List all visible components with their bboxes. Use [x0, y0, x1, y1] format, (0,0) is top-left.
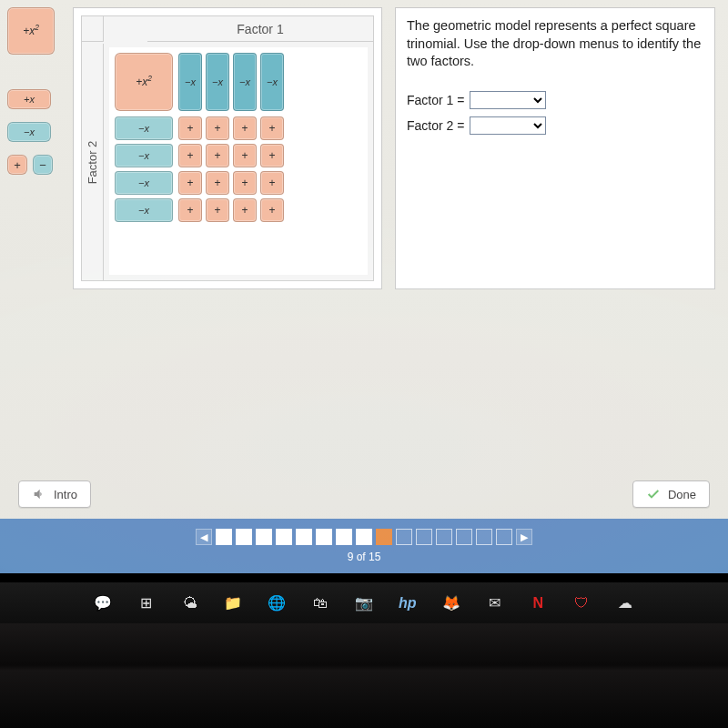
model-grid[interactable]: +x2 −x −x −x −x −x −x −x −x ++++++++++++…	[109, 47, 368, 275]
palette-plus-x-tile[interactable]: +x	[7, 89, 51, 109]
palette-minus-unit-tile[interactable]: −	[33, 155, 53, 175]
progress-step-3[interactable]	[256, 529, 272, 545]
edge-icon[interactable]: 🌐	[265, 592, 288, 615]
nav-prev[interactable]: ◀	[196, 529, 212, 545]
grid-plus-unit[interactable]: +	[233, 171, 257, 195]
grid-plus-unit[interactable]: +	[233, 144, 257, 167]
factor-2-row: Factor 2 =	[407, 116, 703, 135]
tile-label: +x2	[136, 76, 152, 88]
grid-col-neg-x[interactable]: −x	[233, 53, 257, 111]
mcafee-icon[interactable]: 🛡	[570, 592, 593, 615]
grid-plus-unit[interactable]: +	[233, 116, 257, 140]
grid-col-neg-x[interactable]: −x	[260, 53, 284, 111]
grid-plus-unit[interactable]: +	[206, 144, 229, 167]
progress-step-12[interactable]	[436, 529, 452, 545]
model-inner: Factor 1 Factor 2 +x2 −x −x −x −x −x −x …	[81, 15, 374, 281]
hp-icon[interactable]: hp	[396, 592, 420, 615]
mail-icon[interactable]: ✉	[483, 592, 507, 615]
progress-step-4[interactable]	[276, 529, 292, 545]
progress-boxes: ◀ ▶	[196, 529, 532, 545]
tile-label: +x2	[23, 25, 39, 37]
progress-step-11[interactable]	[416, 529, 432, 545]
netflix-icon[interactable]: N	[526, 592, 550, 615]
grid-plus-unit[interactable]: +	[260, 116, 284, 140]
question-panel: The geometric model represents a perfect…	[395, 7, 715, 289]
grid-col-neg-x[interactable]: −x	[178, 53, 202, 111]
progress-count: 9 of 15	[348, 551, 381, 563]
factor-2-select[interactable]	[470, 116, 546, 135]
palette-plus-unit-tile[interactable]: +	[7, 155, 27, 175]
factor-1-row: Factor 1 =	[407, 91, 703, 109]
weather-icon[interactable]: 🌤	[178, 592, 202, 615]
camera-icon[interactable]: 📷	[352, 592, 376, 615]
grid-plus-unit[interactable]: +	[206, 171, 229, 195]
progress-step-14[interactable]	[476, 529, 492, 545]
progress-step-7[interactable]	[336, 529, 352, 545]
onedrive-icon[interactable]: ☁	[613, 592, 637, 615]
grid-plus-unit[interactable]: +	[260, 171, 284, 195]
progress-step-6[interactable]	[316, 529, 332, 545]
progress-step-1[interactable]	[216, 529, 232, 545]
grid-plus-unit[interactable]: +	[206, 198, 229, 222]
done-label: Done	[668, 488, 696, 501]
check-icon	[646, 487, 661, 501]
grid-plus-unit[interactable]: +	[260, 198, 284, 222]
progress-step-13[interactable]	[456, 529, 472, 545]
grid-plus-unit[interactable]: +	[178, 116, 202, 140]
speaker-icon	[32, 487, 46, 501]
factor-2-prompt: Factor 2 =	[407, 118, 464, 133]
factor-1-label: Factor 1	[147, 16, 373, 42]
factor-2-label: Factor 2	[82, 44, 104, 280]
factor-1-prompt: Factor 1 =	[407, 93, 464, 107]
done-button[interactable]: Done	[632, 480, 710, 508]
palette-unit-row: + −	[7, 155, 53, 175]
nav-next[interactable]: ▶	[516, 529, 532, 545]
windows-taskbar[interactable]: 💬 ⊞ 🌤 📁 🌐 🛍 📷 hp 🦊 ✉ N 🛡 ☁	[0, 582, 728, 623]
store-icon[interactable]: 🛍	[308, 592, 332, 615]
progress-step-2[interactable]	[236, 529, 252, 545]
progress-step-5[interactable]	[296, 529, 312, 545]
grid-plus-unit[interactable]: +	[178, 171, 202, 195]
laptop-bezel	[0, 623, 728, 728]
grid-row-neg-x[interactable]: −x	[115, 116, 173, 140]
grid-plus-unit[interactable]: +	[260, 144, 284, 167]
grid-col-neg-x[interactable]: −x	[206, 53, 229, 111]
progress-step-9[interactable]	[376, 529, 392, 545]
grid-plus-unit[interactable]: +	[233, 198, 257, 222]
grid-x-squared[interactable]: +x2	[115, 53, 173, 111]
work-area: +x2 +x −x + − Factor 1 Factor 2 +x2 −x	[0, 0, 728, 473]
grid-row-neg-x[interactable]: −x	[115, 198, 173, 222]
tile-palette: +x2 +x −x + −	[7, 7, 60, 473]
progress-step-15[interactable]	[496, 529, 512, 545]
question-text: The geometric model represents a perfect…	[407, 17, 703, 71]
grid-plus-unit[interactable]: +	[178, 198, 202, 222]
progress-bar: ◀ ▶ 9 of 15	[0, 519, 728, 573]
grid-row-neg-x[interactable]: −x	[115, 144, 173, 167]
palette-x-squared-tile[interactable]: +x2	[7, 7, 55, 55]
factor-1-select[interactable]	[470, 91, 546, 109]
progress-step-8[interactable]	[356, 529, 372, 545]
progress-step-10[interactable]	[396, 529, 412, 545]
model-panel: Factor 1 Factor 2 +x2 −x −x −x −x −x −x …	[73, 7, 382, 289]
intro-button[interactable]: Intro	[18, 480, 91, 508]
taskview-icon[interactable]: ⊞	[135, 592, 158, 615]
intro-label: Intro	[54, 488, 77, 501]
firefox-icon[interactable]: 🦊	[440, 592, 463, 615]
grid-row-neg-x[interactable]: −x	[115, 171, 173, 195]
grid-plus-unit[interactable]: +	[206, 116, 229, 140]
bottom-buttons: Intro Done	[18, 480, 710, 508]
palette-minus-x-tile[interactable]: −x	[7, 122, 51, 142]
explorer-icon[interactable]: 📁	[222, 592, 246, 615]
app-screen: +x2 +x −x + − Factor 1 Factor 2 +x2 −x	[0, 0, 728, 573]
notification-icon[interactable]: 💬	[91, 592, 115, 615]
grid-plus-unit[interactable]: +	[178, 144, 202, 167]
